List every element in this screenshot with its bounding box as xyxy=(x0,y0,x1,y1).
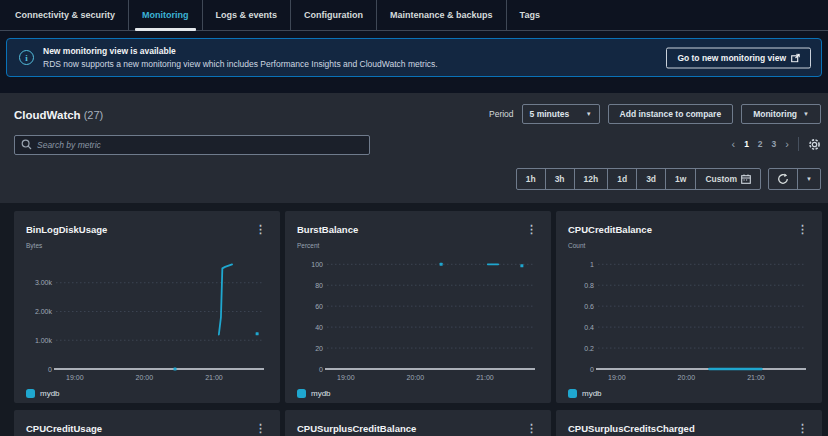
page-numbers: 123 xyxy=(744,139,776,149)
info-banner: i New monitoring view is available RDS n… xyxy=(6,38,822,77)
range-1w-button[interactable]: 1w xyxy=(665,169,695,189)
chart-title: CPUSurplusCreditsCharged xyxy=(568,423,695,434)
chart-legend[interactable]: mydb xyxy=(297,389,539,398)
chart-plot: 01.00k2.00k3.00k19:0020:0021:00 xyxy=(26,250,268,384)
charts-grid: BinLogDiskUsage⋮Bytes01.00k2.00k3.00k19:… xyxy=(14,211,822,436)
monitoring-menu-button[interactable]: Monitoring ▼ xyxy=(741,104,821,124)
y-tick-label: 0.4 xyxy=(584,324,594,331)
custom-range-label: Custom xyxy=(705,174,737,184)
tab-connectivity-security[interactable]: Connectivity & security xyxy=(2,0,128,30)
page-2-button[interactable]: 2 xyxy=(758,139,763,149)
chart-menu-icon[interactable]: ⋮ xyxy=(795,224,810,234)
charts-region: BinLogDiskUsage⋮Bytes01.00k2.00k3.00k19:… xyxy=(0,203,828,436)
x-tick-label: 21:00 xyxy=(476,374,494,381)
chart-menu-icon[interactable]: ⋮ xyxy=(524,423,539,433)
cloudwatch-title: CloudWatch xyxy=(14,109,81,121)
y-tick-label: 20 xyxy=(315,345,323,352)
chart-menu-icon[interactable]: ⋮ xyxy=(795,423,810,433)
y-tick-label: 40 xyxy=(315,324,323,331)
tab-bar: Connectivity & securityMonitoringLogs & … xyxy=(0,0,828,31)
y-tick-label: 0.8 xyxy=(584,282,594,289)
refresh-icon xyxy=(777,173,789,185)
y-tick-label: 1 xyxy=(590,261,594,268)
pagination: ‹ 123 › xyxy=(731,137,821,151)
y-tick-label: 0.6 xyxy=(584,303,594,310)
tab-label: Configuration xyxy=(304,10,363,20)
chart-plot: 02040608010019:0020:0021:00 xyxy=(297,250,539,384)
legend-label: mydb xyxy=(311,389,331,398)
tab-monitoring[interactable]: Monitoring xyxy=(128,0,202,30)
range-label: 1w xyxy=(675,174,686,184)
page-3-button[interactable]: 3 xyxy=(772,139,777,149)
add-instance-label: Add instance to compare xyxy=(620,109,722,119)
tab-label: Monitoring xyxy=(142,10,189,20)
y-tick-label: 0.2 xyxy=(584,345,594,352)
tab-configuration[interactable]: Configuration xyxy=(290,0,376,30)
y-tick-label: 60 xyxy=(315,303,323,310)
chart-menu-icon[interactable]: ⋮ xyxy=(253,423,268,433)
chart-legend[interactable]: mydb xyxy=(26,389,268,398)
x-tick-label: 19:00 xyxy=(66,374,84,381)
chart-title: CPUCreditUsage xyxy=(26,423,102,434)
chart-title: CPUCreditBalance xyxy=(568,224,652,235)
chart-title: CPUSurplusCreditBalance xyxy=(297,423,416,434)
legend-swatch xyxy=(568,389,577,398)
tab-label: Connectivity & security xyxy=(15,10,115,20)
range-custom-button[interactable]: Custom xyxy=(695,169,760,189)
range-3h-button[interactable]: 3h xyxy=(545,169,574,189)
banner-title: New monitoring view is available xyxy=(43,45,438,58)
previous-page-button[interactable]: ‹ xyxy=(731,139,735,150)
range-1h-button[interactable]: 1h xyxy=(517,169,545,189)
range-label: 1h xyxy=(526,174,536,184)
tab-logs-events[interactable]: Logs & events xyxy=(202,0,291,30)
page-header-region: Connectivity & securityMonitoringLogs & … xyxy=(0,0,828,93)
chevron-down-icon: ▼ xyxy=(586,111,592,117)
x-tick-label: 19:00 xyxy=(608,374,626,381)
tab-maintenance-backups[interactable]: Maintenance & backups xyxy=(376,0,506,30)
x-tick-label: 21:00 xyxy=(205,374,223,381)
x-tick-label: 20:00 xyxy=(678,374,696,381)
refresh-button[interactable] xyxy=(769,169,797,189)
go-to-new-monitoring-view-button[interactable]: Go to new monitoring view xyxy=(666,47,811,68)
chart-menu-icon[interactable]: ⋮ xyxy=(524,224,539,234)
chart-card-binlogdiskusage: BinLogDiskUsage⋮Bytes01.00k2.00k3.00k19:… xyxy=(14,211,280,403)
settings-gear-icon[interactable] xyxy=(808,138,821,151)
search-input[interactable] xyxy=(14,135,370,155)
y-tick-label: 80 xyxy=(315,282,323,289)
y-tick-label: 0 xyxy=(48,366,52,373)
tab-label: Logs & events xyxy=(216,10,278,20)
period-label: Period xyxy=(489,109,514,119)
refresh-options-button[interactable]: ▼ xyxy=(797,169,820,189)
panel-title: CloudWatch(27) xyxy=(14,105,103,123)
info-icon: i xyxy=(19,50,34,65)
tab-label: Tags xyxy=(520,10,540,20)
add-instance-to-compare-button[interactable]: Add instance to compare xyxy=(608,104,734,124)
range-3d-button[interactable]: 3d xyxy=(636,169,665,189)
y-tick-label: 3.00k xyxy=(35,279,53,286)
chart-card-cpusurpluscreditscharged: CPUSurplusCreditsCharged⋮Count xyxy=(556,410,822,436)
page-1-button[interactable]: 1 xyxy=(744,139,749,149)
tab-tags[interactable]: Tags xyxy=(506,0,553,30)
range-1d-button[interactable]: 1d xyxy=(607,169,636,189)
next-page-button[interactable]: › xyxy=(785,139,789,150)
metric-search xyxy=(14,134,370,154)
chart-title: BurstBalance xyxy=(297,224,358,235)
x-tick-label: 20:00 xyxy=(136,374,154,381)
external-link-icon xyxy=(791,53,800,62)
range-label: 12h xyxy=(584,174,599,184)
chart-legend[interactable]: mydb xyxy=(568,389,810,398)
period-select[interactable]: 5 minutes ▼ xyxy=(522,104,600,124)
refresh-group: ▼ xyxy=(768,168,821,190)
chart-card-burstbalance: BurstBalance⋮Percent02040608010019:0020:… xyxy=(285,211,551,403)
chevron-down-icon: ▼ xyxy=(803,111,809,117)
y-tick-label: 0 xyxy=(319,366,323,373)
range-12h-button[interactable]: 12h xyxy=(574,169,608,189)
chart-card-cpucreditbalance: CPUCreditBalance⋮Count00.20.40.60.8119:0… xyxy=(556,211,822,403)
banner-body: RDS now supports a new monitoring view w… xyxy=(43,58,438,70)
x-tick-label: 19:00 xyxy=(337,374,355,381)
tab-label: Maintenance & backups xyxy=(390,10,493,20)
period-value: 5 minutes xyxy=(530,109,570,119)
banner-button-label: Go to new monitoring view xyxy=(677,53,786,63)
chart-menu-icon[interactable]: ⋮ xyxy=(253,224,268,234)
chart-title: BinLogDiskUsage xyxy=(26,224,107,235)
